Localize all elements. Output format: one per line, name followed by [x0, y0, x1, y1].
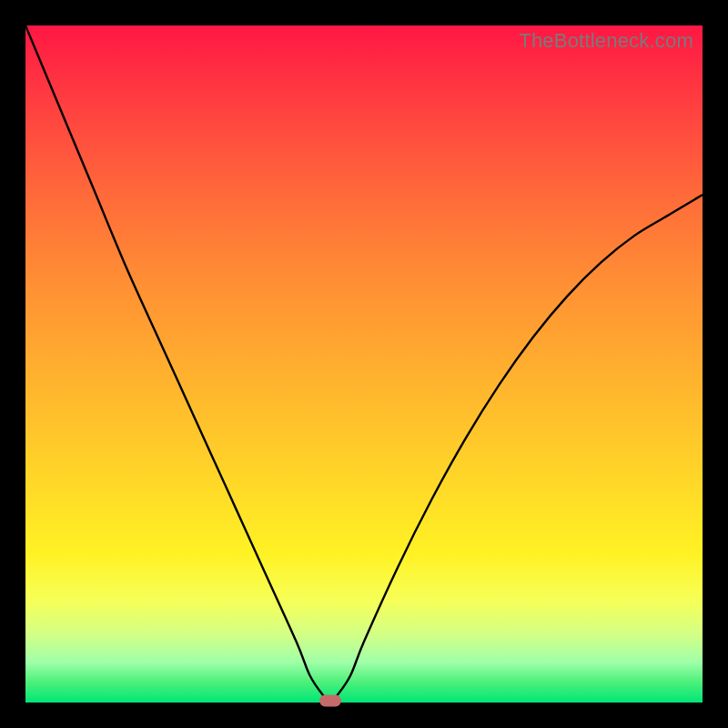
- optimal-point-marker: [319, 695, 341, 707]
- bottleneck-curve: [25, 25, 703, 703]
- chart-frame: TheBottleneck.com: [0, 0, 728, 728]
- curve-path: [25, 25, 703, 703]
- plot-area: TheBottleneck.com: [25, 25, 703, 703]
